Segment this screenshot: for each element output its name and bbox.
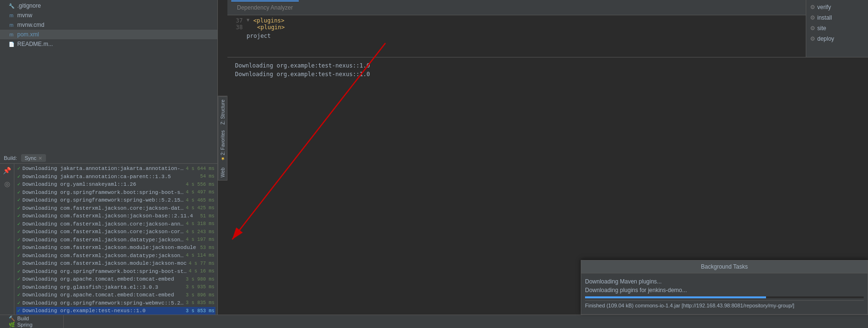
bg-tasks-content: Downloading Maven plugins...Downloading … <box>581 273 868 314</box>
log-text: Downloading com.fasterxml.jackson.module… <box>23 244 198 252</box>
log-time: 3 s 980 ms <box>186 276 214 283</box>
maven-item-label: install <box>817 14 832 21</box>
log-text: Downloading com.fasterxml.jackson.core:j… <box>23 220 184 228</box>
file-item[interactable]: 📄 README.m... <box>0 39 217 49</box>
status-item[interactable]: 🔨 Build <box>4 316 64 322</box>
bg-tasks-title: Background Tasks <box>581 260 868 273</box>
right-panel-content: Downloading org.example:test-nexus::1.0D… <box>227 57 553 315</box>
log-text: Downloading com.fasterxml.jackson.dataty… <box>23 236 184 244</box>
check-icon: ✓ <box>17 307 21 315</box>
log-text: Downloading jakarta.annotation:jakarta.a… <box>23 165 184 173</box>
log-time: 4 s 77 ms <box>189 260 214 267</box>
log-entry[interactable]: ✓ Downloading com.fasterxml.jackson.modu… <box>16 260 215 268</box>
maven-item[interactable]: ⚙ site <box>806 23 868 34</box>
check-icon: ✓ <box>17 204 21 213</box>
check-icon: ✓ <box>17 196 21 204</box>
bg-task-text: Downloading plugins for jenkins-demo... <box>585 286 864 294</box>
log-entry[interactable]: ✓ Downloading com.fasterxml.jackson:jack… <box>16 212 215 220</box>
right-panel-line: Downloading org.example:test-nexus::1.0 <box>235 61 545 70</box>
status-icon: 🌿 <box>9 322 15 328</box>
bg-task-text: Downloading Maven plugins... <box>585 277 864 286</box>
log-text: Downloading org.yaml:snakeyaml::1.26 <box>23 181 184 189</box>
log-time: 54 ms <box>200 173 214 180</box>
gear-icon: ⚙ <box>810 14 815 21</box>
build-label: Build: <box>4 155 17 161</box>
editor-tab[interactable]: Dependency Analyzer <box>231 1 299 15</box>
maven-item-label: deploy <box>817 35 834 42</box>
log-text: Downloading org.springframework.boot:spr… <box>23 268 187 276</box>
file-item[interactable]: m mvnw.cmd <box>0 20 217 30</box>
check-icon: ✓ <box>17 173 21 181</box>
z-structure-tab[interactable]: Z: Structure <box>219 96 226 127</box>
log-time: 4 s 16 ms <box>189 268 214 275</box>
log-text: Downloading org.example:test-nexus::1.0 <box>23 307 184 315</box>
log-time: 3 s 835 ms <box>186 299 214 306</box>
file-icon: m <box>8 21 15 29</box>
code-panel: TextDependency Analyzer 37 ▼ <plugins> 3… <box>227 0 806 57</box>
right-panel: Downloading org.example:test-nexus::1.0D… <box>227 57 553 315</box>
build-log-sidebar: 📌 ◎ <box>0 164 14 315</box>
build-log-container: 📌 ◎ ✓ Downloading jakarta.annotation:jak… <box>0 164 217 315</box>
log-entry[interactable]: ✓ Downloading com.fasterxml.jackson.modu… <box>16 244 215 252</box>
status-item[interactable]: 🌿 Spring <box>4 322 64 328</box>
file-item[interactable]: m pom.xml <box>0 30 217 39</box>
bg-task-item: Downloading plugins for jenkins-demo... <box>585 286 864 298</box>
check-icon: ✓ <box>17 275 21 283</box>
favorites-tab[interactable]: ★ 2: Favorites <box>219 127 226 164</box>
log-entry[interactable]: ✓ Downloading com.fasterxml.jackson.core… <box>16 220 215 228</box>
maven-item[interactable]: ⚙ install <box>806 12 868 23</box>
fold-icon[interactable]: ▼ <box>247 17 249 24</box>
log-entry[interactable]: ✓ Downloading org.springframework.boot:s… <box>16 189 215 197</box>
log-entry[interactable]: ✓ Downloading org.springframework.boot:s… <box>16 268 215 276</box>
log-text: Downloading org.springframework.boot:spr… <box>23 189 184 197</box>
log-text: Downloading org.springframework:spring-w… <box>23 299 184 307</box>
log-time: 3 s 853 ms <box>186 307 214 315</box>
log-entry[interactable]: ✓ Downloading org.glassfish:jakarta.el::… <box>16 283 215 292</box>
log-time: 3 s 896 ms <box>186 292 214 299</box>
maven-item-label: site <box>817 25 826 32</box>
close-icon[interactable]: ✕ <box>38 156 42 161</box>
log-entry[interactable]: ✓ Downloading com.fasterxml.jackson.core… <box>16 228 215 236</box>
log-entry[interactable]: ✓ Downloading com.fasterxml.jackson.data… <box>16 252 215 260</box>
maven-item-label: verify <box>817 4 831 11</box>
log-entry[interactable]: ✓ Downloading jakarta.annotation:jakarta… <box>16 165 215 173</box>
log-entry[interactable]: ✓ Downloading org.apache.tomcat.embed:to… <box>16 275 215 283</box>
log-entry[interactable]: ✓ Downloading org.springframework:spring… <box>16 196 215 204</box>
log-entry[interactable]: ✓ Downloading org.example:test-nexus::1.… <box>16 307 215 315</box>
log-entry[interactable]: ✓ Downloading com.fasterxml.jackson.data… <box>16 236 215 244</box>
log-entry[interactable]: ✓ Downloading org.yaml:snakeyaml::1.26 4… <box>16 181 215 189</box>
check-icon: ✓ <box>17 189 21 197</box>
background-tasks-popup: Background Tasks Downloading Maven plugi… <box>581 260 868 315</box>
log-time: 4 s 318 ms <box>186 220 214 227</box>
web-tab[interactable]: Web <box>219 165 226 180</box>
line-num-37: 37 <box>231 17 243 24</box>
status-bar: ≡ 6: TODO⎇ 9: Version Control▶ Terminal🔨… <box>0 315 868 328</box>
bg-task-item: Downloading Maven plugins... <box>585 277 864 286</box>
maven-panel: ⚙ verify⚙ install⚙ site⚙ deploy <box>806 0 868 57</box>
log-text: Downloading jakarta.annotation:ca-parent… <box>23 173 198 181</box>
favorites-label: 2: Favorites <box>220 130 225 155</box>
pin-icon[interactable]: 📌 <box>2 166 12 175</box>
build-tab[interactable]: Sync ✕ <box>21 154 46 162</box>
maven-item[interactable]: ⚙ verify <box>806 2 868 12</box>
log-entry[interactable]: ✓ Downloading org.apache.tomcat.embed:to… <box>16 291 215 299</box>
file-item[interactable]: 🔧 .gitignore <box>0 1 217 11</box>
check-icon: ✓ <box>17 268 21 276</box>
check-icon: ✓ <box>17 220 21 228</box>
log-text: Downloading com.fasterxml.jackson:jackso… <box>23 212 198 220</box>
log-time: 4 s 465 ms <box>186 197 214 204</box>
side-tabs: Z: Structure ★ 2: Favorites Web <box>218 96 227 181</box>
file-name: mvnw <box>17 12 32 19</box>
target-icon[interactable]: ◎ <box>2 179 12 189</box>
code-editor[interactable]: 37 ▼ <plugins> 38 <plugin> project <box>227 15 806 57</box>
maven-item[interactable]: ⚙ deploy <box>806 34 868 44</box>
code-text-project: project <box>247 33 271 39</box>
file-item[interactable]: m mvnw <box>0 11 217 20</box>
log-entry[interactable]: ✓ Downloading com.fasterxml.jackson.core… <box>16 204 215 213</box>
status-label: Build <box>17 316 29 321</box>
log-entry[interactable]: ✓ Downloading jakarta.annotation:ca-pare… <box>16 173 215 181</box>
gear-icon: ⚙ <box>810 35 815 42</box>
bg-task-finished: Finished (109.04 kB) commons-io-1.4.jar … <box>585 300 864 310</box>
log-entry[interactable]: ✓ Downloading org.springframework:spring… <box>16 299 215 307</box>
line-num-empty <box>231 33 243 39</box>
